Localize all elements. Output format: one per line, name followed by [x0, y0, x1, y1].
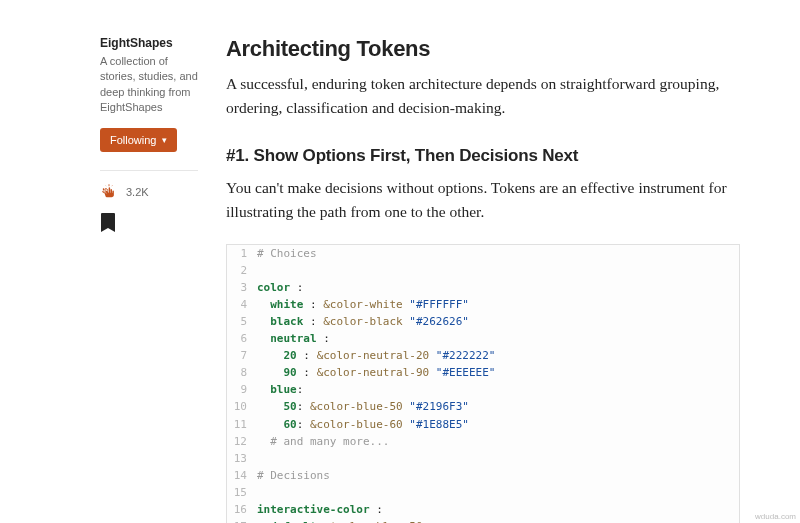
code-line: 15 — [227, 484, 739, 501]
code-line: 1# Choices — [227, 245, 739, 262]
code-line: 5 black : &color-black "#262626" — [227, 313, 739, 330]
line-number: 14 — [227, 467, 257, 484]
follow-button[interactable]: Following ▾ — [100, 128, 177, 152]
article-intro: A successful, enduring token architectur… — [226, 72, 740, 120]
attribution: wduda.com — [755, 512, 796, 521]
line-number: 8 — [227, 364, 257, 381]
code-content: 60: &color-blue-60 "#1E88E5" — [257, 416, 739, 433]
publication-name[interactable]: EightShapes — [100, 36, 198, 50]
follow-label: Following — [110, 134, 156, 146]
code-line: 16interactive-color : — [227, 501, 739, 518]
section-heading: #1. Show Options First, Then Decisions N… — [226, 146, 740, 166]
bookmark-icon — [100, 213, 116, 233]
section-body: You can't make decisions without options… — [226, 176, 740, 224]
line-number: 1 — [227, 245, 257, 262]
line-number: 12 — [227, 433, 257, 450]
line-number: 17 — [227, 518, 257, 523]
code-line: 2 — [227, 262, 739, 279]
code-line: 12 # and many more... — [227, 433, 739, 450]
line-number: 7 — [227, 347, 257, 364]
code-line: 11 60: &color-blue-60 "#1E88E5" — [227, 416, 739, 433]
code-content: 50: &color-blue-50 "#2196F3" — [257, 398, 739, 415]
code-content: neutral : — [257, 330, 739, 347]
line-number: 2 — [227, 262, 257, 279]
code-content: black : &color-black "#262626" — [257, 313, 739, 330]
line-number: 5 — [227, 313, 257, 330]
code-line: 6 neutral : — [227, 330, 739, 347]
line-number: 4 — [227, 296, 257, 313]
article-title: Architecting Tokens — [226, 36, 740, 62]
sidebar: EightShapes A collection of stories, stu… — [100, 36, 198, 523]
line-number: 11 — [227, 416, 257, 433]
code-content — [257, 450, 739, 467]
code-content — [257, 262, 739, 279]
code-line: 4 white : &color-white "#FFFFFF" — [227, 296, 739, 313]
clap-count: 3.2K — [126, 186, 149, 198]
code-line: 7 20 : &color-neutral-20 "#222222" — [227, 347, 739, 364]
clap-icon — [100, 183, 118, 201]
line-number: 16 — [227, 501, 257, 518]
code-content: color : — [257, 279, 739, 296]
code-line: 9 blue: — [227, 381, 739, 398]
code-line: 13 — [227, 450, 739, 467]
line-number: 6 — [227, 330, 257, 347]
clap-button[interactable]: 3.2K — [100, 183, 198, 201]
bookmark-button[interactable] — [100, 213, 198, 237]
line-number: 9 — [227, 381, 257, 398]
divider — [100, 170, 198, 171]
publication-description: A collection of stories, studies, and de… — [100, 54, 198, 116]
code-content — [257, 484, 739, 501]
code-content: # Choices — [257, 245, 739, 262]
code-content: # and many more... — [257, 433, 739, 450]
line-number: 15 — [227, 484, 257, 501]
code-line: 3color : — [227, 279, 739, 296]
code-content: white : &color-white "#FFFFFF" — [257, 296, 739, 313]
code-line: 10 50: &color-blue-50 "#2196F3" — [227, 398, 739, 415]
code-line: 14# Decisions — [227, 467, 739, 484]
chevron-down-icon: ▾ — [162, 135, 167, 145]
line-number: 13 — [227, 450, 257, 467]
code-content: # Decisions — [257, 467, 739, 484]
code-content: 20 : &color-neutral-20 "#222222" — [257, 347, 739, 364]
line-number: 3 — [227, 279, 257, 296]
code-content: interactive-color : — [257, 501, 739, 518]
code-content: 90 : &color-neutral-90 "#EEEEEE" — [257, 364, 739, 381]
line-number: 10 — [227, 398, 257, 415]
code-block: 1# Choices2 3color :4 white : &color-whi… — [226, 244, 740, 523]
code-content: blue: — [257, 381, 739, 398]
code-line: 17 default: *color-blue-50 — [227, 518, 739, 523]
code-content: default: *color-blue-50 — [257, 518, 739, 523]
code-line: 8 90 : &color-neutral-90 "#EEEEEE" — [227, 364, 739, 381]
article-main: Architecting Tokens A successful, enduri… — [226, 36, 740, 523]
